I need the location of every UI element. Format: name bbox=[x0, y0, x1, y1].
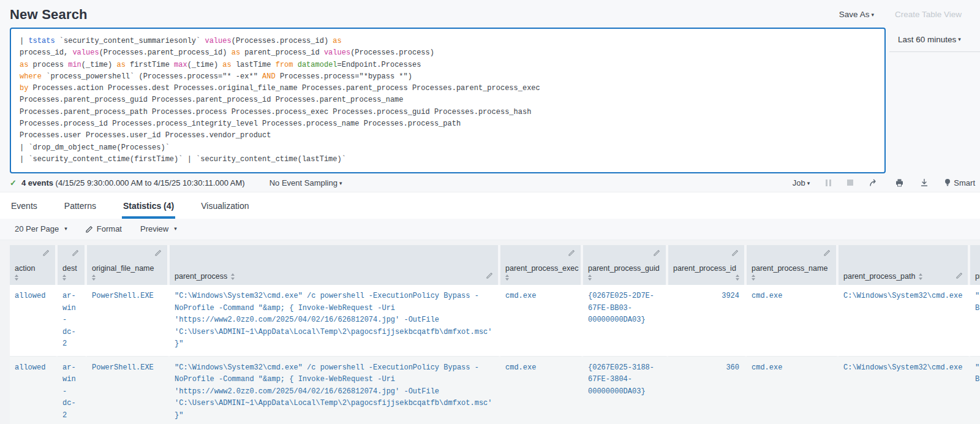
table-row: allowedar-win-dc-2PowerShell.EXE"C:\Wind… bbox=[10, 356, 980, 424]
edit-column-icon[interactable] bbox=[824, 249, 831, 256]
cell-original_file_name[interactable]: PowerShell.EXE bbox=[87, 356, 170, 424]
table-header-row: actiondestoriginal_file_nameparent_proce… bbox=[10, 245, 980, 285]
cell-parent_process_path[interactable]: C:\Windows\System32\cmd.exe bbox=[839, 285, 970, 356]
column-header-original_file_name[interactable]: original_file_name bbox=[87, 245, 170, 285]
column-header-dest[interactable]: dest bbox=[58, 245, 87, 285]
page-header: New Search Save As▾ Create Table View bbox=[0, 0, 980, 28]
export-download-icon[interactable] bbox=[920, 178, 929, 187]
sort-icon[interactable] bbox=[736, 274, 739, 281]
column-header-parent_process_name[interactable]: parent_process_name bbox=[747, 245, 839, 285]
search-query: | tstats `security_content_summariesonly… bbox=[20, 36, 876, 165]
events-count: 4 events bbox=[21, 178, 53, 187]
cell-parent_process[interactable]: "C:\Windows\System32\cmd.exe" /c powersh… bbox=[170, 285, 500, 356]
sort-icon[interactable] bbox=[588, 274, 592, 281]
sort-icon[interactable] bbox=[15, 274, 18, 281]
column-header-action[interactable]: action bbox=[10, 245, 58, 285]
column-header-parent_process_id[interactable]: parent_process_id bbox=[668, 245, 747, 285]
search-mode-label: Smart bbox=[954, 178, 975, 187]
share-job-icon[interactable] bbox=[869, 178, 879, 187]
edit-column-icon[interactable] bbox=[155, 249, 162, 256]
cell-parent_process_path[interactable]: C:\Windows\System32\cmd.exe bbox=[839, 356, 970, 424]
chevron-down-icon: ▾ bbox=[958, 36, 961, 42]
preview-menu[interactable]: Preview▾ bbox=[140, 224, 177, 233]
events-time-range: (4/15/25 9:30:00.000 AM to 4/15/25 10:30… bbox=[56, 178, 245, 187]
cell-parent_process_guid[interactable]: {0267E025-3188-67FE-3804-00000000DA03} bbox=[583, 356, 668, 424]
time-range-label: Last 60 minutes bbox=[898, 35, 956, 44]
cell-parent_process_exec[interactable]: cmd.exe bbox=[500, 285, 583, 356]
cell-parent_process_name[interactable]: cmd.exe bbox=[747, 356, 839, 424]
tab-patterns[interactable]: Patterns bbox=[63, 200, 97, 219]
format-menu[interactable]: Format bbox=[86, 224, 122, 233]
per-page-menu[interactable]: 20 Per Page▾ bbox=[15, 224, 67, 233]
sort-icon[interactable] bbox=[231, 273, 235, 280]
column-header-parent_process_exec[interactable]: parent_process_exec bbox=[500, 245, 583, 285]
edit-column-icon[interactable] bbox=[486, 272, 493, 279]
tab-events[interactable]: Events bbox=[10, 200, 39, 219]
cell-dest[interactable]: ar-win-dc-2 bbox=[58, 356, 87, 424]
job-menu[interactable]: Job▾ bbox=[793, 178, 810, 187]
job-status-bar: ✓ 4 events (4/15/25 9:30:00.000 AM to 4/… bbox=[0, 173, 980, 192]
results-tab-bar: EventsPatternsStatistics (4)Visualizatio… bbox=[0, 192, 980, 219]
statistics-table: actiondestoriginal_file_nameparent_proce… bbox=[10, 245, 980, 424]
stop-job-icon[interactable] bbox=[847, 180, 853, 186]
tab-statistics[interactable]: Statistics (4) bbox=[122, 200, 175, 219]
chevron-down-icon: ▾ bbox=[871, 12, 874, 18]
cell-parent_process[interactable]: "C:\Windows\System32\cmd.exe" /c powersh… bbox=[170, 356, 500, 424]
cell-parent_process_exec[interactable]: cmd.exe bbox=[500, 356, 583, 424]
pencil-icon bbox=[86, 225, 93, 233]
chevron-down-icon: ▾ bbox=[64, 225, 67, 232]
create-table-view-button: Create Table View bbox=[895, 10, 962, 19]
column-header-parent_process[interactable]: parent_process bbox=[170, 245, 500, 285]
cell-parent_process_guid[interactable]: {0267E025-2D7E-67FE-BB03-00000000DA03} bbox=[583, 285, 668, 356]
statistics-table-area: actiondestoriginal_file_nameparent_proce… bbox=[0, 240, 980, 424]
column-header-parent_process_guid[interactable]: parent_process_guid bbox=[583, 245, 668, 285]
page-title: New Search bbox=[10, 7, 88, 23]
search-mode-selector[interactable]: Smart bbox=[944, 178, 975, 187]
sort-icon[interactable] bbox=[919, 273, 922, 280]
column-header-process[interactable]: process bbox=[970, 245, 980, 285]
chevron-down-icon: ▾ bbox=[339, 180, 342, 186]
cell-action[interactable]: allowed bbox=[10, 285, 58, 356]
cell-process[interactable]: "powershell" -ExecutionPolicy Bypass bbox=[970, 356, 980, 424]
edit-column-icon[interactable] bbox=[732, 249, 739, 256]
cell-parent_process_id[interactable]: 360 bbox=[668, 356, 747, 424]
table-row: allowedar-win-dc-2PowerShell.EXE"C:\Wind… bbox=[10, 285, 980, 356]
sort-icon[interactable] bbox=[505, 274, 509, 281]
edit-column-icon[interactable] bbox=[654, 249, 660, 256]
cell-original_file_name[interactable]: PowerShell.EXE bbox=[87, 285, 170, 356]
sort-icon[interactable] bbox=[92, 274, 96, 281]
job-done-check-icon: ✓ bbox=[10, 178, 17, 187]
cell-action[interactable]: allowed bbox=[10, 356, 58, 424]
time-range-picker[interactable]: Last 60 minutes ▾ bbox=[889, 28, 980, 52]
chevron-down-icon: ▾ bbox=[807, 180, 810, 186]
edit-column-icon[interactable] bbox=[72, 249, 79, 256]
lightbulb-icon bbox=[944, 178, 951, 187]
column-header-parent_process_path[interactable]: parent_process_path bbox=[839, 245, 970, 285]
cell-process[interactable]: "powershell" -ExecutionPolicy Bypass bbox=[970, 285, 980, 356]
search-input[interactable]: | tstats `security_content_summariesonly… bbox=[10, 28, 886, 173]
edit-column-icon[interactable] bbox=[43, 249, 50, 256]
edit-column-icon[interactable] bbox=[568, 249, 575, 256]
pause-job-icon[interactable] bbox=[826, 180, 831, 186]
tab-visualization[interactable]: Visualization bbox=[200, 200, 250, 219]
sort-icon[interactable] bbox=[62, 274, 66, 281]
search-row: | tstats `security_content_summariesonly… bbox=[0, 28, 980, 173]
cell-parent_process_name[interactable]: cmd.exe bbox=[747, 285, 839, 356]
event-sampling-menu[interactable]: No Event Sampling▾ bbox=[270, 178, 342, 187]
statistics-toolbar: 20 Per Page▾ Format Preview▾ bbox=[0, 219, 980, 240]
sort-icon[interactable] bbox=[752, 274, 755, 281]
cell-dest[interactable]: ar-win-dc-2 bbox=[58, 285, 87, 356]
table-body: allowedar-win-dc-2PowerShell.EXE"C:\Wind… bbox=[10, 285, 980, 424]
chevron-down-icon: ▾ bbox=[174, 225, 177, 232]
edit-column-icon[interactable] bbox=[956, 272, 963, 279]
cell-parent_process_id[interactable]: 3924 bbox=[668, 285, 747, 356]
save-as-button[interactable]: Save As▾ bbox=[839, 10, 874, 19]
print-icon[interactable] bbox=[895, 178, 904, 187]
